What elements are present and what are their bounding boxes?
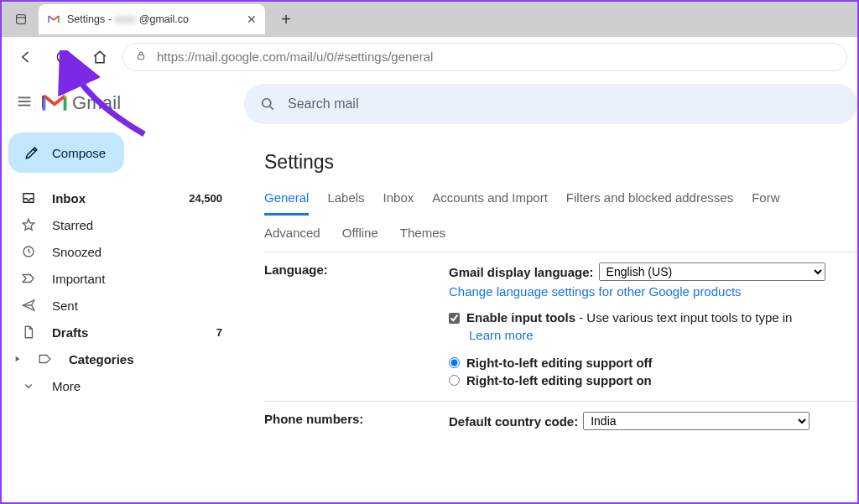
- search-bar[interactable]: Search mail: [244, 84, 857, 124]
- sidebar-item-inbox[interactable]: Inbox24,500: [8, 184, 237, 211]
- svg-line-9: [270, 107, 273, 110]
- tab-title: Settings - xxxx @gmail.co: [67, 13, 189, 25]
- inbox-icon: [20, 190, 37, 206]
- sidebar-item-label: Important: [52, 272, 222, 286]
- settings-tab-inbox[interactable]: Inbox: [383, 185, 414, 215]
- clock-icon: [20, 243, 37, 260]
- address-bar[interactable]: https://mail.google.com/mail/u/0/#settin…: [122, 43, 847, 71]
- settings-tab-filters-and-blocked-addresses[interactable]: Filters and blocked addresses: [566, 185, 733, 215]
- browser-tab-bar: Settings - xxxx @gmail.co ✕ +: [2, 2, 857, 37]
- home-button[interactable]: [86, 43, 114, 71]
- settings-tab-forwarding[interactable]: Forw: [752, 185, 779, 215]
- sidebar-item-drafts[interactable]: Drafts7: [8, 319, 237, 346]
- gmail-display-language-select[interactable]: English (US): [599, 262, 825, 281]
- important-icon: [20, 270, 37, 287]
- url-text: https://mail.google.com/mail/u/0/#settin…: [157, 49, 433, 64]
- settings-title: Settings: [264, 151, 857, 174]
- back-button[interactable]: [12, 43, 40, 71]
- settings-tab-offline[interactable]: Offline: [342, 226, 378, 240]
- new-tab-button[interactable]: +: [272, 5, 300, 34]
- sidebar-item-categories[interactable]: Categories: [8, 346, 237, 372]
- search-icon: [259, 96, 276, 112]
- main-menu-icon[interactable]: [15, 92, 34, 114]
- lock-icon: [135, 49, 147, 64]
- settings-tab-accounts-and-import[interactable]: Accounts and Import: [432, 185, 548, 215]
- settings-tab-advanced[interactable]: Advanced: [264, 226, 320, 240]
- browser-toolbar: https://mail.google.com/mail/u/0/#settin…: [2, 37, 857, 77]
- settings-tab-themes[interactable]: Themes: [400, 226, 445, 240]
- setting-row-phone: Phone numbers: Default country code: Ind…: [264, 402, 857, 444]
- search-placeholder: Search mail: [288, 96, 358, 112]
- tabs-overview-button[interactable]: [10, 8, 32, 30]
- gmail-logo[interactable]: Gmail: [42, 92, 121, 114]
- sidebar-item-starred[interactable]: Starred: [8, 211, 237, 238]
- settings-tabs-row2: AdvancedOfflineThemes: [264, 216, 857, 252]
- settings-tabs: GeneralLabelsInboxAccounts and ImportFil…: [264, 185, 857, 216]
- refresh-button[interactable]: [49, 43, 77, 71]
- settings-tab-labels[interactable]: Labels: [327, 185, 364, 215]
- sidebar-item-label: Starred: [52, 218, 222, 232]
- rtl-on-radio[interactable]: [449, 375, 460, 386]
- svg-rect-0: [17, 15, 26, 24]
- send-icon: [20, 297, 37, 314]
- settings-panel: Settings GeneralLabelsInboxAccounts and …: [244, 138, 857, 502]
- sidebar-item-label: Drafts: [52, 325, 201, 340]
- sidebar-item-label: Inbox: [52, 191, 174, 205]
- category-icon: [37, 351, 54, 367]
- default-country-code-label: Default country code:: [449, 414, 578, 429]
- enable-input-tools-text: Enable input tools - Use various text in…: [466, 310, 792, 325]
- setting-label-language: Language:: [264, 262, 449, 391]
- browser-tab[interactable]: Settings - xxxx @gmail.co ✕: [39, 4, 265, 34]
- settings-tab-general[interactable]: General: [264, 185, 309, 216]
- rtl-on-label: Right-to-left editing support on: [466, 373, 652, 387]
- sidebar-item-snoozed[interactable]: Snoozed: [8, 238, 237, 265]
- star-icon: [20, 216, 37, 233]
- enable-input-tools-checkbox[interactable]: [449, 313, 460, 324]
- sidebar-item-label: Categories: [69, 352, 222, 366]
- main-content: Search mail Settings GeneralLabelsInboxA…: [244, 77, 857, 502]
- setting-row-language: Language: Gmail display language: Englis…: [264, 252, 857, 402]
- svg-rect-2: [138, 55, 144, 59]
- gmail-favicon: [47, 13, 60, 26]
- sidebar: Gmail Compose Inbox24,500StarredSnoozedI…: [2, 77, 244, 502]
- draft-icon: [20, 324, 37, 340]
- setting-label-phone: Phone numbers:: [264, 412, 449, 434]
- sidebar-item-label: Sent: [52, 299, 222, 313]
- learn-more-link[interactable]: Learn more: [469, 328, 534, 342]
- sidebar-item-count: 24,500: [189, 192, 222, 205]
- close-tab-icon[interactable]: ✕: [247, 13, 257, 26]
- sidebar-item-count: 7: [216, 326, 222, 339]
- sidebar-item-important[interactable]: Important: [8, 265, 237, 292]
- rtl-off-label: Right-to-left editing support off: [466, 356, 653, 370]
- more-icon: [20, 377, 37, 394]
- default-country-code-select[interactable]: India: [583, 412, 810, 430]
- sidebar-item-label: More: [52, 379, 222, 393]
- sidebar-item-sent[interactable]: Sent: [8, 292, 237, 319]
- sidebar-item-more[interactable]: More: [8, 372, 237, 399]
- compose-button[interactable]: Compose: [8, 132, 124, 173]
- rtl-off-radio[interactable]: [449, 357, 460, 368]
- change-language-link[interactable]: Change language settings for other Googl…: [449, 284, 742, 299]
- svg-point-8: [263, 99, 271, 107]
- sidebar-item-label: Snoozed: [52, 245, 222, 259]
- gmail-display-language-label: Gmail display language:: [449, 265, 594, 279]
